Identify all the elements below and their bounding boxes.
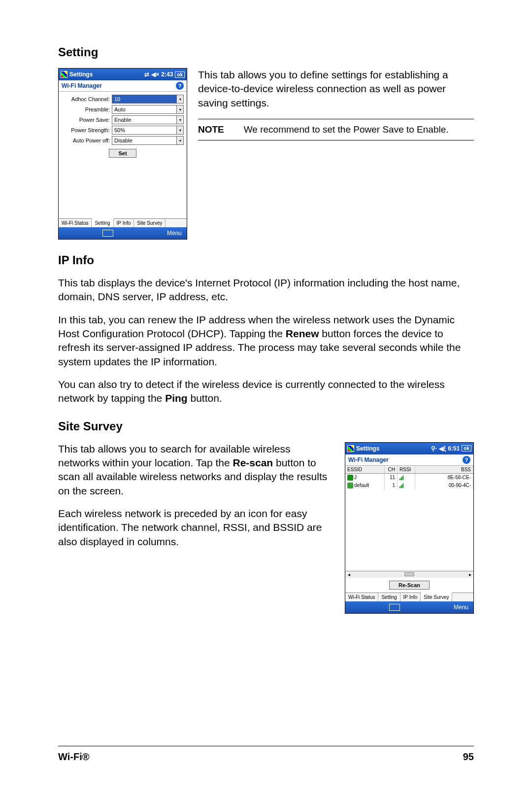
titlebar: Settings ⇄ ◀× 2:43 ok [59,69,187,80]
bss-value: 00-90-4C- [415,482,473,489]
menu-button[interactable]: Menu [167,230,182,237]
network-list: ESSID CH RSSI BSS J 11 8E-58-CE- default… [345,466,473,571]
subtitle-bar: Wi-Fi Manager ? [345,454,473,466]
signal-bars-icon [399,475,405,480]
page-footer: Wi-Fi® 95 [58,746,474,763]
ipinfo-para3: You can also try to detect if the wirele… [58,378,474,406]
sitesurvey-para2: Each wireless network is preceded by an … [58,507,334,549]
list-header: ESSID CH RSSI BSS [345,466,473,474]
ch-value: 1 [385,482,398,489]
ch-value: 11 [385,474,398,482]
bss-value: 8E-58-CE- [415,474,473,482]
text: You can also try to detect if the wirele… [58,379,445,404]
signal-icon: ⚲· [431,445,437,452]
bottombar: Menu [345,601,473,613]
combo-preamble[interactable]: Auto ▾ [112,105,184,114]
volume-icon: ◀× [151,71,159,78]
signal-icon: ⇄ [144,71,149,78]
footer-page-number: 95 [463,751,474,763]
window-title: Settings [69,71,93,78]
clock: 2:43 [161,71,173,78]
tabs: Wi-Fi Status Setting IP Info Site Survey [345,593,473,601]
combo-autopoweroff[interactable]: Disable ▾ [112,136,184,145]
network-icon [347,475,353,481]
tab-site-survey[interactable]: Site Survey [134,219,166,227]
rescan-bold: Re-scan [233,457,273,468]
note-label: NOTE [198,124,224,135]
app-subtitle: Wi-Fi Manager [348,456,389,463]
clock: 6:51 [448,445,460,452]
help-icon[interactable]: ? [463,456,470,464]
setting-description: This tab allows you to define settings f… [198,68,474,110]
tab-site-survey[interactable]: Site Survey [421,593,452,601]
combo-adhoc[interactable]: 10 ▾ [112,95,184,104]
chevron-down-icon[interactable]: ▾ [176,126,183,134]
ipinfo-para1: This tab displays the device's Internet … [58,276,474,304]
menu-button[interactable]: Menu [454,604,468,611]
network-icon [347,483,353,488]
col-essid[interactable]: ESSID [345,466,385,473]
col-rssi[interactable]: RSSI [398,466,415,473]
rescan-button[interactable]: Re-Scan [389,581,430,590]
label-powerstrength: Power Strength: [62,127,112,133]
combo-powerstrength[interactable]: 50% ▾ [112,126,184,135]
combo-preamble-value: Auto [114,106,126,112]
note-text: We recommend to set the Power Save to En… [244,124,449,135]
keyboard-icon[interactable] [102,230,113,237]
start-icon [347,445,354,452]
list-item[interactable]: default 1 00-90-4C- [345,482,473,489]
bottombar: Menu [59,227,187,239]
note-block: NOTE We recommend to set the Power Save … [198,119,474,140]
text: button. [188,392,222,404]
label-adhoc: Adhoc Channel: [62,96,112,102]
label-powersave: Power Save: [62,117,112,123]
volume-icon: ◀ξ [439,445,446,452]
col-bss[interactable]: BSS [415,466,473,473]
subtitle-bar: Wi-Fi Manager ? [59,80,187,92]
sitesurvey-para1: This tab allows you to search for availa… [58,442,334,498]
heading-sitesurvey: Site Survey [58,419,474,433]
tab-setting[interactable]: Setting [378,593,400,601]
tab-setting[interactable]: Setting [92,218,113,227]
combo-powersave-value: Enable [114,117,131,123]
label-autopoweroff: Auto Power off: [62,138,112,143]
footer-left: Wi-Fi® [58,751,89,763]
horizontal-scrollbar[interactable]: ◂ ▸ [345,571,473,578]
chevron-down-icon[interactable]: ▾ [176,105,183,113]
tab-wifi-status[interactable]: Wi-Fi Status [345,593,378,601]
chevron-down-icon[interactable]: ▾ [176,116,183,124]
heading-setting: Setting [58,45,474,59]
screenshot-setting: Settings ⇄ ◀× 2:43 ok Wi-Fi Manager ? Ad… [58,68,187,240]
renew-bold: Renew [286,328,319,339]
set-button[interactable]: Set [109,149,136,158]
combo-adhoc-value: 10 [114,96,120,102]
window-title: Settings [356,445,379,452]
heading-ipinfo: IP Info [58,253,474,267]
ping-bold: Ping [165,392,188,404]
chevron-down-icon[interactable]: ▾ [176,137,183,144]
start-icon [61,71,67,78]
signal-bars-icon [399,483,405,488]
essid-value: default [354,483,369,488]
col-ch[interactable]: CH [385,466,398,473]
tab-wifi-status[interactable]: Wi-Fi Status [59,219,92,227]
ok-button[interactable]: ok [462,445,471,452]
scroll-left-icon[interactable]: ◂ [346,572,351,577]
combo-powersave[interactable]: Enable ▾ [112,115,184,124]
chevron-down-icon[interactable]: ▾ [176,95,183,103]
screenshot-sitesurvey: Settings ⚲· ◀ξ 6:51 ok Wi-Fi Manager ? E… [345,442,474,614]
app-subtitle: Wi-Fi Manager [62,82,102,89]
ok-button[interactable]: ok [175,71,185,78]
essid-value: J [354,475,357,480]
label-preamble: Preamble: [62,106,112,112]
combo-autopoweroff-value: Disable [114,138,133,143]
help-icon[interactable]: ? [176,82,184,90]
combo-powerstrength-value: 50% [114,127,125,133]
list-item[interactable]: J 11 8E-58-CE- [345,474,473,482]
tab-ip-info[interactable]: IP Info [114,219,134,227]
scroll-thumb[interactable] [404,572,414,576]
tabs: Wi-Fi Status Setting IP Info Site Survey [59,218,187,227]
scroll-right-icon[interactable]: ▸ [467,572,472,577]
tab-ip-info[interactable]: IP Info [400,593,421,601]
keyboard-icon[interactable] [389,604,400,611]
